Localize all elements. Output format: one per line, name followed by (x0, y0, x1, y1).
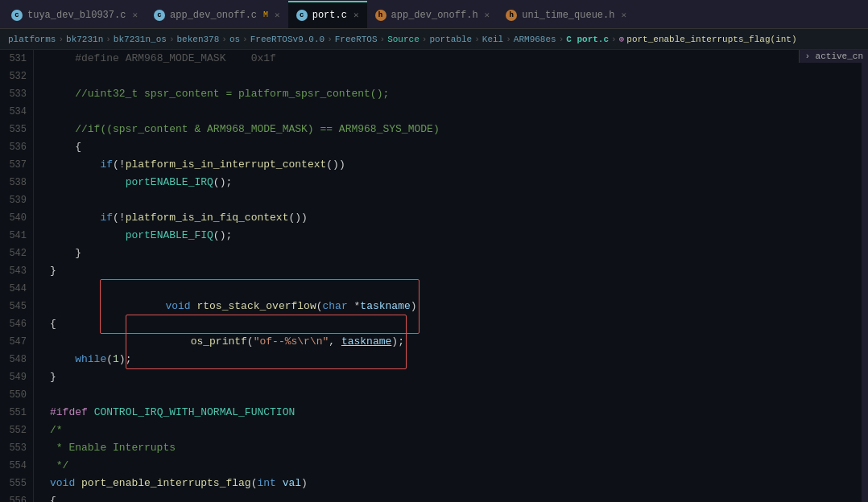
gutter-532 (40, 68, 45, 85)
breadcrumb-part[interactable]: FreeRTOS (335, 35, 378, 44)
code-line-551: #ifdef CONTROL_IRQ_WITH_NORMAL_FUNCTION (34, 404, 868, 422)
gutter-537 (40, 156, 45, 174)
line-number: 550 (3, 386, 27, 404)
tab-label: app_dev_onoff.c (170, 10, 257, 21)
tab-uni-time-queue[interactable]: h uni_time_queue.h ✕ (498, 1, 634, 28)
gutter-551 (40, 404, 45, 422)
tab-port[interactable]: c port.c ✕ (288, 1, 367, 28)
gutter-549 (40, 368, 45, 386)
line-number: 553 (3, 439, 27, 457)
line-number: 532 (3, 68, 27, 85)
code-line-541: portENABLE_FIQ(); (34, 227, 868, 245)
code-line-553: * Enable Interrupts (34, 439, 868, 457)
line-number: 541 (3, 227, 27, 245)
breadcrumb-part[interactable]: portable (429, 35, 472, 44)
code-line-555: void port_enable_interrupts_flag(int val… (34, 475, 868, 492)
line-number: 538 (3, 174, 27, 191)
code-line-550 (34, 386, 868, 404)
h-file-icon: h (375, 10, 386, 21)
code-container: 531 532 533 534 535 536 537 538 539 540 … (0, 50, 868, 502)
code-line-535: //if((spsr_content & ARM968_MODE_MASK) =… (34, 121, 868, 138)
tab-bar: c tuya_dev_bl0937.c ✕ c app_dev_onoff.c … (0, 0, 868, 29)
tab-close-icon[interactable]: ✕ (621, 10, 626, 20)
breadcrumb-part[interactable]: beken378 (176, 35, 219, 44)
h-file-icon: h (506, 10, 517, 21)
gutter-550 (40, 386, 45, 404)
tab-app-dev-onoff[interactable]: c app_dev_onoff.c M ✕ (146, 1, 288, 28)
tab-close-icon[interactable]: ✕ (275, 10, 280, 20)
code-line-532 (34, 68, 868, 85)
tab-close-icon[interactable]: ✕ (353, 10, 359, 20)
line-number: 551 (3, 404, 27, 422)
gutter-538 (40, 174, 45, 191)
line-number: 546 (3, 315, 27, 333)
line-numbers: 531 532 533 534 535 536 537 538 539 540 … (0, 50, 34, 502)
code-line-554: */ (34, 457, 868, 475)
code-line-534 (34, 103, 868, 121)
code-line-539 (34, 191, 868, 209)
code-line-531: #define ARM968_MODE_MASK 0x1f (34, 50, 868, 68)
breadcrumb-fn[interactable]: port_enable_interrupts_flag(int) (626, 35, 796, 44)
breadcrumb-file[interactable]: C port.c (566, 35, 609, 44)
code-line-549: } (34, 368, 868, 386)
gutter-531 (40, 50, 45, 68)
gutter-542 (40, 245, 45, 262)
breadcrumb-part[interactable]: FreeRTOSv9.0.0 (250, 35, 324, 44)
gutter-552 (40, 422, 45, 439)
gutter-556 (40, 492, 45, 502)
code-line-547: os_printf("of--%s\r\n", taskname); (34, 333, 868, 351)
gutter-543 (40, 262, 45, 280)
gutter-540 (40, 209, 45, 227)
line-number: 556 (3, 492, 27, 502)
line-number: 545 (3, 298, 27, 315)
breadcrumb-part[interactable]: ARM968es (514, 35, 556, 44)
line-number: 537 (3, 156, 27, 174)
right-panel-hint: › active_cn (799, 50, 868, 63)
breadcrumb-part[interactable]: Keil (482, 35, 503, 44)
line-number: 542 (3, 245, 27, 262)
gutter-536 (40, 138, 45, 156)
breadcrumb-symbol[interactable]: ⊕ (619, 34, 625, 44)
tab-close-icon[interactable]: ✕ (485, 10, 490, 20)
line-number: 534 (3, 103, 27, 121)
tab-close-icon[interactable]: ✕ (132, 10, 138, 20)
tab-label: uni_time_queue.h (522, 10, 614, 21)
breadcrumb-part[interactable]: bk7231n_os (114, 35, 167, 44)
code-line-548: while(1); (34, 351, 868, 368)
line-number: 535 (3, 121, 27, 138)
modified-indicator: M (263, 10, 268, 19)
line-number: 544 (3, 280, 27, 298)
gutter-545 (40, 298, 45, 315)
breadcrumb-part[interactable]: bk7231n (66, 35, 103, 44)
line-number: 555 (3, 475, 27, 492)
line-number: 547 (3, 333, 27, 351)
breadcrumb-sep: › (58, 35, 64, 44)
gutter-533 (40, 85, 45, 103)
gutter-553 (40, 439, 45, 457)
code-editor[interactable]: #define ARM968_MODE_MASK 0x1f //uint32_t… (34, 50, 868, 502)
gutter-555 (40, 475, 45, 492)
breadcrumb: platforms › bk7231n › bk7231n_os › beken… (0, 29, 868, 50)
tab-app-dev-onoff-h[interactable]: h app_dev_onoff.h ✕ (367, 1, 498, 28)
c-file-icon: c (154, 10, 165, 21)
gutter-547 (40, 333, 45, 351)
gutter-539 (40, 191, 45, 209)
breadcrumb-part-source[interactable]: Source (387, 35, 420, 44)
gutter-554 (40, 457, 45, 475)
code-line-533: //uint32_t spsr_content = platform_spsr_… (34, 85, 868, 103)
code-line-540: if(!platform_is_in_fiq_context()) (34, 209, 868, 227)
line-number: 552 (3, 422, 27, 439)
scrollbar[interactable] (862, 50, 868, 502)
right-panel-label: › active_cn (804, 51, 863, 61)
line-number: 543 (3, 262, 27, 280)
gutter-544 (40, 280, 45, 298)
gutter-541 (40, 227, 45, 245)
tab-tuya-dev[interactable]: c tuya_dev_bl0937.c ✕ (3, 1, 146, 28)
breadcrumb-part[interactable]: os (229, 35, 240, 44)
code-line-538: portENABLE_IRQ(); (34, 174, 868, 191)
line-number: 536 (3, 138, 27, 156)
breadcrumb-part[interactable]: platforms (8, 35, 56, 44)
code-line-536: { (34, 138, 868, 156)
code-line-542: } (34, 245, 868, 262)
c-file-icon: c (11, 10, 23, 21)
